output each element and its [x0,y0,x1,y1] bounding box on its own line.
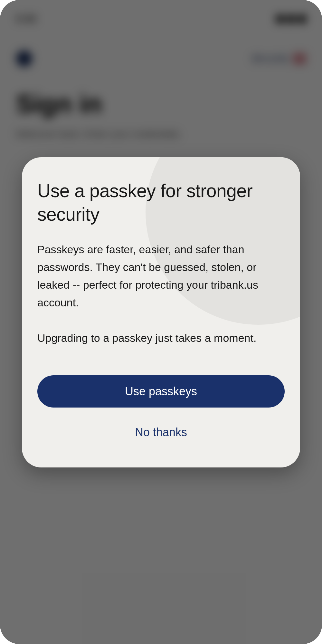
phone-frame: 9:30 EN (US) Sign in Welcome back. Enter… [0,0,322,644]
use-passkeys-button[interactable]: Use passkeys [37,375,285,408]
no-thanks-button[interactable]: No thanks [37,419,285,448]
modal-body-p1: Passkeys are faster, easier, and safer t… [37,241,285,312]
passkey-modal: Use a passkey for stronger security Pass… [22,157,300,467]
modal-title: Use a passkey for stronger security [37,179,285,226]
modal-body-p2: Upgrading to a passkey just takes a mome… [37,329,285,347]
modal-body: Passkeys are faster, easier, and safer t… [37,241,285,347]
